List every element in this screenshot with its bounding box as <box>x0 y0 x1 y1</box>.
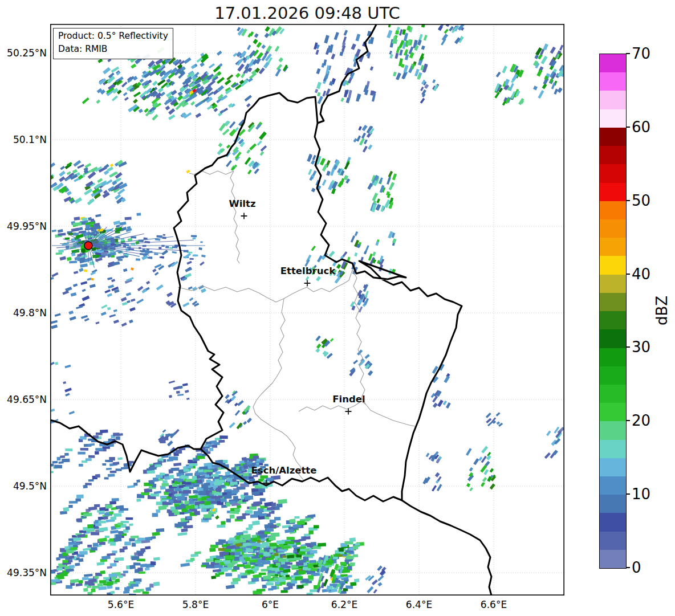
echo-bin <box>278 549 287 552</box>
echo-bin <box>200 242 202 243</box>
echo-bin <box>74 542 80 545</box>
echo-bin <box>170 468 179 471</box>
echo-bin <box>396 46 401 53</box>
echo-bin <box>308 565 313 569</box>
colorbar-segment <box>600 440 626 458</box>
echo-bin <box>152 532 160 536</box>
echo-bin <box>335 276 341 283</box>
echo-bin <box>66 550 74 553</box>
echo-bin <box>97 59 103 63</box>
echo-bin <box>109 457 115 460</box>
echo-bin <box>211 496 220 499</box>
echo-layer <box>50 24 564 595</box>
echo-bin <box>473 458 479 465</box>
echo-bin <box>153 557 160 560</box>
echo-bin <box>356 135 361 141</box>
echo-bin <box>79 464 83 467</box>
echo-bin <box>302 578 309 582</box>
colorbar-unit-label: dBZ <box>652 291 672 331</box>
echo-bin <box>372 252 376 256</box>
echo-bin <box>206 472 213 474</box>
echo-bin <box>276 523 280 527</box>
echo-bin <box>296 554 302 557</box>
echo-bin <box>275 46 280 52</box>
echo-bin <box>341 97 344 102</box>
echo-bin <box>154 272 159 276</box>
echo-bin <box>496 412 501 417</box>
echo-bin <box>282 546 290 548</box>
echo-bin <box>107 293 113 297</box>
echo-bin <box>287 555 294 558</box>
colorbar-tick-mark <box>626 567 630 568</box>
echo-bin <box>544 452 551 459</box>
echo-bin <box>107 581 113 585</box>
echo-bin <box>131 299 136 302</box>
echo-bin <box>136 479 140 483</box>
echo-bin <box>166 292 173 297</box>
echo-bin <box>326 171 331 176</box>
echo-bin <box>169 395 172 398</box>
echo-bin <box>201 255 206 258</box>
echo-bin <box>112 95 118 101</box>
echo-bin <box>334 32 339 40</box>
echo-bin <box>91 588 95 592</box>
echo-bin <box>108 474 115 477</box>
echo-bin <box>110 164 113 167</box>
echo-bin <box>94 504 100 507</box>
colorbar-segment <box>600 146 626 164</box>
echo-bin <box>133 562 141 566</box>
echo-bin <box>355 34 360 41</box>
colorbar-segment <box>600 532 626 550</box>
echo-bin <box>198 491 206 495</box>
echo-bin <box>365 291 369 297</box>
echo-bin <box>540 56 547 64</box>
echo-bin <box>426 452 430 457</box>
echo-bin <box>143 591 149 594</box>
echo-bin <box>437 476 441 482</box>
echo-bin <box>249 144 257 150</box>
echo-bin <box>160 496 167 499</box>
radar-map[interactable]: WiltzEttelbruckFindelEsch/Alzette <box>50 24 564 595</box>
echo-bin <box>128 461 134 464</box>
echo-bin <box>79 551 88 555</box>
echo-bin <box>85 483 92 486</box>
echo-bin <box>90 284 96 288</box>
echo-bin <box>146 281 150 285</box>
echo-bin <box>251 577 259 582</box>
echo-bin <box>190 101 195 106</box>
echo-bin <box>432 485 437 491</box>
echo-bin <box>104 477 109 479</box>
echo-bin <box>396 72 401 80</box>
echo-bin <box>420 98 425 104</box>
echo-bin <box>198 247 202 250</box>
echo-bin <box>420 87 424 91</box>
echo-bin <box>344 30 348 35</box>
echo-bin <box>145 568 150 571</box>
echo-bin <box>189 463 197 466</box>
echo-bin <box>197 453 202 456</box>
x-axis-tick-label: 5.8°E <box>170 598 221 611</box>
echo-bin <box>140 564 147 568</box>
echo-bin <box>258 554 263 557</box>
echo-bin <box>65 393 70 396</box>
echo-bin <box>161 483 169 487</box>
map-panel[interactable]: WiltzEttelbruckFindelEsch/Alzette <box>50 24 564 595</box>
echo-bin <box>263 552 270 556</box>
echo-bin <box>289 519 296 523</box>
echo-bin <box>79 580 83 584</box>
echo-bin <box>421 46 425 50</box>
echo-bin <box>123 546 128 550</box>
echo-bin <box>266 513 271 517</box>
echo-bin <box>322 180 327 186</box>
echo-bin <box>81 315 88 319</box>
echo-bin <box>249 524 253 529</box>
echo-bin <box>316 68 321 74</box>
echo-bin <box>136 258 140 261</box>
echo-bin <box>279 558 286 562</box>
echo-bin <box>55 313 61 316</box>
echo-bin <box>140 79 144 83</box>
echo-bin <box>180 512 184 515</box>
echo-bin <box>353 360 358 364</box>
echo-bin <box>97 584 103 587</box>
echo-bin <box>274 553 279 556</box>
